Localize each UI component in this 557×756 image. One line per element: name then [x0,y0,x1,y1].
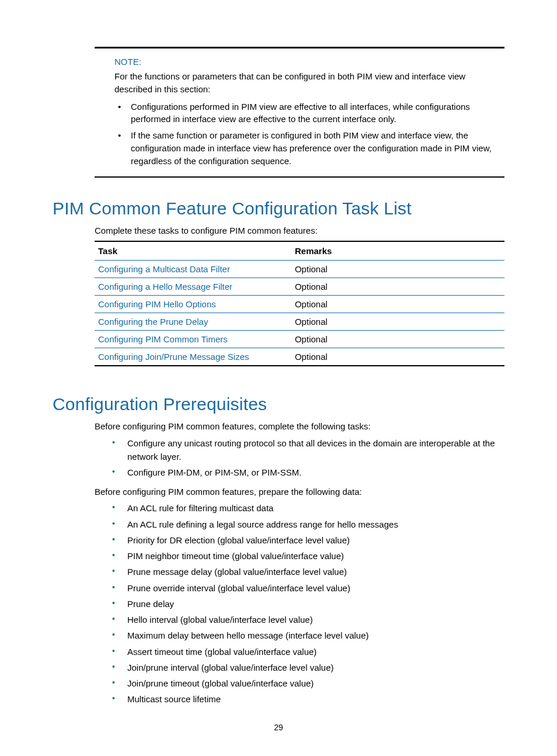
table-row: Configuring the Prune Delay Optional [95,313,504,331]
page-number: 29 [53,723,504,732]
task-link[interactable]: Configuring a Hello Message Filter [98,282,232,292]
list-item: Configure PIM-DM, or PIM-SM, or PIM-SSM. [95,466,504,479]
note-intro: For the functions or parameters that can… [114,70,504,96]
table-header-row: Task Remarks [95,241,504,261]
prereq-list-data: An ACL rule for filtering multicast data… [95,501,504,706]
list-item: Assert timeout time (global value/interf… [95,645,504,658]
task-link[interactable]: Configuring a Multicast Data Filter [98,264,230,274]
table-row: Configuring a Hello Message Filter Optio… [95,278,504,296]
list-item: An ACL rule for filtering multicast data [95,501,504,515]
task-remarks: Optional [291,331,504,348]
list-item: Join/prune interval (global value/interf… [95,661,504,674]
task-list-heading: PIM Common Feature Configuration Task Li… [53,199,504,219]
list-item: Prune delay [95,597,504,611]
note-list: Configurations performed in PIM view are… [114,100,504,168]
list-item: Hello interval (global value/interface l… [95,613,504,626]
task-link[interactable]: Configuring PIM Hello Options [98,299,216,309]
task-remarks: Optional [291,278,504,296]
task-table: Task Remarks Configuring a Multicast Dat… [95,241,504,366]
list-item: Prune message delay (global value/interf… [95,565,504,578]
note-item: Configurations performed in PIM view are… [114,100,504,126]
task-list-intro: Complete these tasks to configure PIM co… [95,224,504,237]
list-item: An ACL rule defining a legal source addr… [95,518,504,531]
note-box: NOTE: For the functions or parameters th… [95,47,504,178]
task-remarks: Optional [291,348,504,366]
table-row: Configuring PIM Common Timers Optional [95,331,504,348]
list-item: Join/prune timeout (global value/interfa… [95,677,504,690]
table-row: Configuring Join/Prune Message Sizes Opt… [95,348,504,366]
prereq-intro1: Before configuring PIM common features, … [95,420,504,433]
document-page: NOTE: For the functions or parameters th… [0,0,557,755]
task-link[interactable]: Configuring the Prune Delay [98,317,208,327]
table-row: Configuring PIM Hello Options Optional [95,296,504,313]
list-item: Maximum delay between hello message (int… [95,629,504,642]
list-item: PIM neighbor timeout time (global value/… [95,549,504,563]
table-row: Configuring a Multicast Data Filter Opti… [95,261,504,278]
task-link[interactable]: Configuring Join/Prune Message Sizes [98,352,249,362]
task-remarks: Optional [291,261,504,278]
prereq-list-tasks: Configure any unicast routing protocol s… [95,436,504,480]
list-item: Multicast source lifetime [95,692,504,706]
header-remarks: Remarks [291,241,504,261]
list-item: Configure any unicast routing protocol s… [95,436,504,464]
list-item: Priority for DR election (global value/i… [95,533,504,547]
task-link[interactable]: Configuring PIM Common Timers [98,334,228,344]
task-remarks: Optional [291,296,504,313]
prereq-intro2: Before configuring PIM common features, … [95,485,504,498]
note-item: If the same function or parameter is con… [114,129,504,167]
note-label: NOTE: [114,57,504,67]
header-task: Task [95,241,291,261]
prereq-heading: Configuration Prerequisites [53,394,504,414]
task-remarks: Optional [291,313,504,331]
list-item: Prune override interval (global value/in… [95,581,504,595]
